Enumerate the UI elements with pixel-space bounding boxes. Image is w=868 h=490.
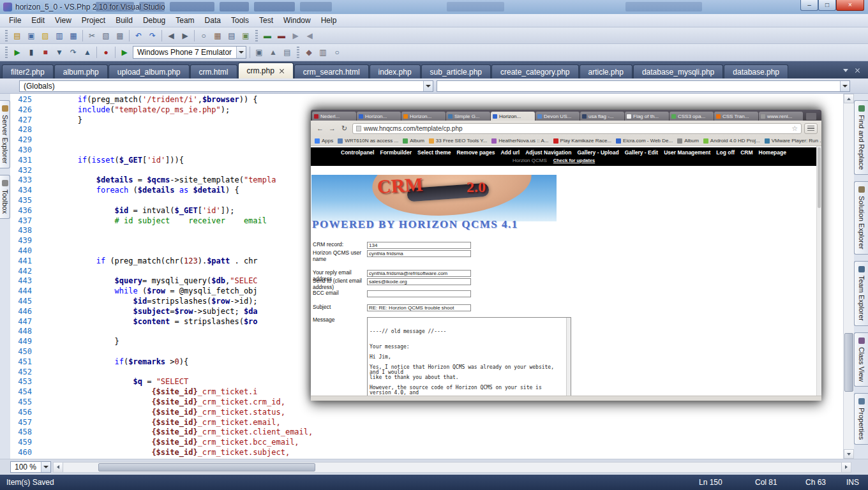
tab-article-php[interactable]: article.php xyxy=(580,64,632,78)
debug-start-icon[interactable]: ▶ xyxy=(11,46,24,59)
zoom-dropdown[interactable]: 100 % xyxy=(10,461,51,473)
browser-tab-www-reni[interactable]: www.reni... xyxy=(759,112,803,121)
subject-field[interactable]: RE: RE: Horzion QCMS trouble shoot xyxy=(367,304,471,311)
editor-horizontal-scrollbar[interactable] xyxy=(53,462,851,473)
tab-database-php[interactable]: database.php xyxy=(724,64,788,78)
tab-index-php[interactable]: index.php xyxy=(370,64,421,78)
browser-tab-nederl[interactable]: Nederl... xyxy=(312,112,356,121)
dropdown-arrow-icon[interactable] xyxy=(423,81,433,91)
navigate-forward-icon[interactable]: ▶ xyxy=(179,29,191,42)
menu-team[interactable]: Team xyxy=(170,15,199,26)
bookmark-wrt610n-as-access[interactable]: WRT610N as access ... xyxy=(338,138,398,144)
start-without-debugging-icon[interactable]: ▶ xyxy=(118,46,131,59)
tab-crm-search-html[interactable]: crm_search.html xyxy=(294,64,369,78)
tab-create-category-php[interactable]: create_category.php xyxy=(491,64,579,78)
help-icon[interactable]: ○ xyxy=(331,46,343,59)
page-vertical-scrollbar[interactable] xyxy=(816,146,821,396)
menu-file[interactable]: File xyxy=(4,15,26,26)
paste-icon[interactable]: ▩ xyxy=(114,29,126,42)
types-dropdown[interactable]: (Globals) xyxy=(19,80,433,92)
bookmark-album[interactable]: Album xyxy=(677,138,699,144)
members-dropdown[interactable] xyxy=(437,80,851,92)
panel-tab-solution-explorer[interactable]: Solution Explorer xyxy=(854,181,868,255)
forward-button[interactable]: → xyxy=(327,123,338,134)
new-project-icon[interactable]: ▤ xyxy=(11,29,24,42)
dropdown-arrow-icon[interactable] xyxy=(236,47,246,58)
tab-list-dropdown-icon[interactable] xyxy=(843,69,848,72)
bookmark-star-icon[interactable]: ☆ xyxy=(791,124,798,133)
panel-tab-server-explorer[interactable]: Server Explorer xyxy=(0,100,10,168)
menu-window[interactable]: Window xyxy=(278,15,316,26)
menu-data[interactable]: Data xyxy=(200,15,226,26)
browser-menu-button[interactable] xyxy=(804,123,818,134)
reload-button[interactable]: ↻ xyxy=(339,123,350,134)
menu-build[interactable]: Build xyxy=(110,15,138,26)
close-button[interactable]: × xyxy=(836,0,864,11)
message-field[interactable]: ----// old message //---- Your message: … xyxy=(367,317,571,396)
panel-tab-toolbox[interactable]: Toolbox xyxy=(0,175,10,219)
build-solution-icon[interactable]: ▲ xyxy=(267,46,280,59)
break-all-icon[interactable]: ▮ xyxy=(25,46,38,59)
tab-sub-article-php[interactable]: sub_article.php xyxy=(421,64,491,78)
bookmark-vmware-player-run[interactable]: VMware Player: Run ... xyxy=(765,138,821,144)
copy-icon[interactable]: ▧ xyxy=(100,29,112,42)
toggle-breakpoint-icon[interactable]: ● xyxy=(100,46,112,59)
toolbox-icon[interactable]: ▣ xyxy=(239,29,252,42)
panel-tab-team-explorer[interactable]: Team Explorer xyxy=(854,261,868,326)
menu-edit[interactable]: Edit xyxy=(26,15,50,26)
browser-tab-css-tran[interactable]: CSS Tran... xyxy=(714,112,758,121)
scroll-down-icon[interactable] xyxy=(844,449,854,459)
scrollbar-thumb[interactable] xyxy=(98,463,315,471)
redo-icon[interactable]: ↷ xyxy=(146,29,159,42)
stop-debug-icon[interactable]: ■ xyxy=(39,46,52,59)
browser-tab-flag-of-th[interactable]: Flag of th... xyxy=(625,112,669,121)
browser-tab-devon-us[interactable]: Devon US... xyxy=(535,112,580,121)
browser-tab-horizon[interactable]: Horizon... xyxy=(491,112,535,121)
uncomment-selection-icon[interactable]: ▬ xyxy=(275,29,288,42)
cut-icon[interactable]: ✂ xyxy=(86,29,98,42)
new-tab-button[interactable] xyxy=(806,113,816,120)
comment-selection-icon[interactable]: ▬ xyxy=(261,29,274,42)
menu-view[interactable]: View xyxy=(50,15,77,26)
scroll-right-icon[interactable] xyxy=(841,463,851,472)
dropdown-arrow-icon[interactable] xyxy=(840,81,849,91)
navigate-backward-icon[interactable]: ◀ xyxy=(165,29,177,42)
menu-test[interactable]: Test xyxy=(254,15,278,26)
panel-tab-properties[interactable]: Properties xyxy=(854,393,868,445)
step-out-icon[interactable]: ▲ xyxy=(81,46,94,59)
close-document-icon[interactable] xyxy=(855,68,860,73)
bookmark-apps[interactable]: Apps xyxy=(315,138,333,144)
bookmark-album[interactable]: Album xyxy=(403,138,424,144)
user-name-field[interactable]: cynthia fridsma xyxy=(367,250,471,257)
bcc-email-field[interactable] xyxy=(367,290,471,297)
find-icon[interactable]: ○ xyxy=(197,29,210,42)
options-icon[interactable]: ▥ xyxy=(317,46,329,59)
extensions-icon[interactable]: ◆ xyxy=(303,46,315,59)
maximize-button[interactable]: □ xyxy=(818,0,836,11)
browser-tab-horizon[interactable]: Horizon... xyxy=(401,112,445,121)
tab-crm-html[interactable]: crm.html xyxy=(190,64,237,78)
close-tab-icon[interactable] xyxy=(279,68,285,74)
menu-tools[interactable]: Tools xyxy=(226,15,254,26)
crm-record-field[interactable]: 134 xyxy=(367,242,471,249)
bookmark-33-free-seo-tools-y[interactable]: 33 Free SEO Tools Y... xyxy=(429,138,488,144)
textarea-scrollbar[interactable] xyxy=(566,318,571,396)
publish-icon[interactable]: ▤ xyxy=(281,46,294,59)
browser-tab-usa-flag[interactable]: usa flag -... xyxy=(580,112,624,121)
increase-indent-icon[interactable]: ▶ xyxy=(289,29,302,42)
add-item-icon[interactable]: ▣ xyxy=(25,29,38,42)
deployment-target-dropdown[interactable]: Windows Phone 7 Emulator xyxy=(133,46,246,59)
step-into-icon[interactable]: ▼ xyxy=(53,46,66,59)
tab-album-php[interactable]: album.php xyxy=(54,64,108,78)
save-all-icon[interactable]: ▦ xyxy=(67,29,80,42)
bookmark-heathernova-us-a[interactable]: HeatherNova.us :: A... xyxy=(491,138,548,144)
attach-debugger-icon[interactable]: ▣ xyxy=(253,46,266,59)
bookmark-eicra-com-web-de[interactable]: Eicra.com - Web De... xyxy=(616,138,673,144)
tab-database-mysqli-php[interactable]: database_mysqli.php xyxy=(633,64,723,78)
browser-tab-css3-opa[interactable]: CSS3 opa... xyxy=(670,112,714,121)
save-icon[interactable]: ▥ xyxy=(53,29,66,42)
open-file-icon[interactable]: ▨ xyxy=(39,29,52,42)
scrollbar-thumb[interactable] xyxy=(844,333,853,392)
scrollbar-thumb[interactable] xyxy=(818,147,821,208)
back-button[interactable]: ← xyxy=(315,123,326,134)
